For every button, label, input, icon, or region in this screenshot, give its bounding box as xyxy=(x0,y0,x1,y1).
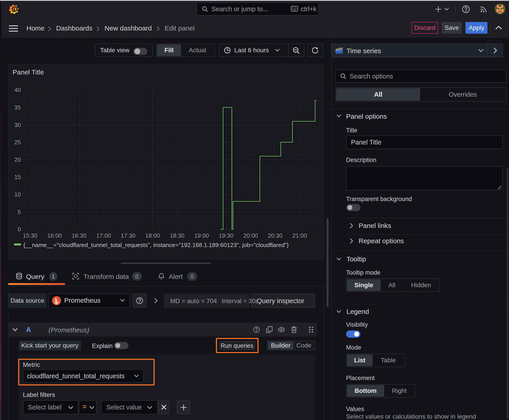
svg-text:20:00: 20:00 xyxy=(243,232,258,239)
svg-text:17:30: 17:30 xyxy=(121,232,135,239)
svg-text:19:00: 19:00 xyxy=(194,232,209,239)
svg-text:40: 40 xyxy=(14,87,21,93)
svg-text:30: 30 xyxy=(14,122,21,128)
svg-text:25: 25 xyxy=(14,139,21,146)
svg-text:0: 0 xyxy=(18,226,21,233)
svg-text:5: 5 xyxy=(18,209,21,215)
svg-text:18:30: 18:30 xyxy=(170,232,184,239)
svg-text:19:30: 19:30 xyxy=(219,232,233,239)
svg-text:18:00: 18:00 xyxy=(145,232,160,239)
svg-text:35: 35 xyxy=(14,104,21,111)
svg-text:{__name__="cloudflared_tunnel_: {__name__="cloudflared_tunnel_total_requ… xyxy=(23,242,289,248)
svg-text:10: 10 xyxy=(14,191,21,198)
svg-text:15:30: 15:30 xyxy=(23,232,37,239)
svg-text:15: 15 xyxy=(14,174,21,180)
svg-text:20:30: 20:30 xyxy=(268,232,282,239)
svg-text:20: 20 xyxy=(14,156,21,163)
svg-text:16:00: 16:00 xyxy=(47,232,62,239)
svg-text:21:00: 21:00 xyxy=(292,232,307,239)
svg-text:16:30: 16:30 xyxy=(72,232,86,239)
svg-text:17:00: 17:00 xyxy=(96,232,111,239)
